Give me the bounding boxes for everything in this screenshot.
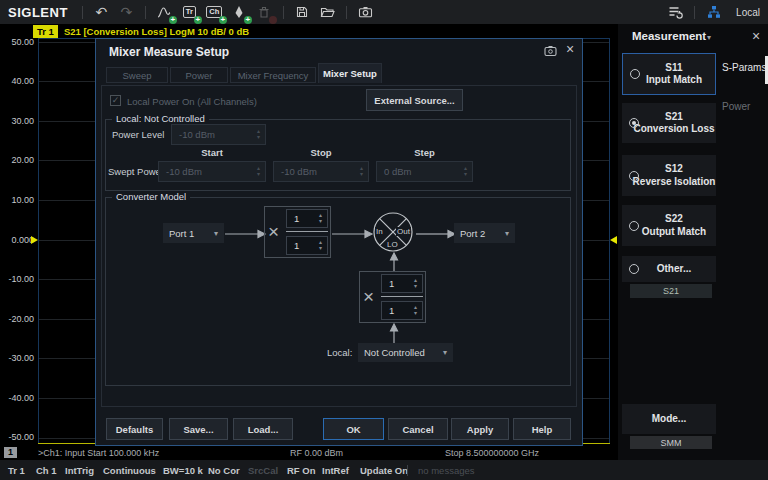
local-power-checkbox[interactable] <box>110 95 121 106</box>
y-axis-tick: 20.00 <box>2 155 34 165</box>
lo-multiplier-denominator-spinner[interactable]: 1 <box>381 301 423 320</box>
ok-button[interactable]: OK <box>323 418 384 440</box>
mixer-lo-label: LO <box>386 240 399 249</box>
sweep-start-status: >Ch1: Input Start 100.000 kHz <box>38 448 159 458</box>
toolbar-separator <box>145 6 146 19</box>
add-badge-icon <box>219 16 227 24</box>
status-reference[interactable]: IntRef <box>322 465 349 476</box>
radio-icon <box>629 264 639 274</box>
spinner-chevrons-icon[interactable] <box>252 166 265 177</box>
chevron-down-icon[interactable] <box>707 33 711 42</box>
chevron-down-icon <box>505 229 509 238</box>
y-axis-tick: -20.00 <box>2 314 34 324</box>
disabled-badge-icon <box>269 16 277 24</box>
mixer-in-label: In <box>375 227 384 236</box>
trace-format-label[interactable]: S21 [Conversion Loss] LogM 10 dB/ 0 dB <box>64 26 249 37</box>
tab-power-sidebar[interactable]: Power <box>722 101 750 112</box>
add-badge-icon <box>169 16 177 24</box>
status-correction[interactable]: No Cor <box>208 465 240 476</box>
radio-icon <box>629 221 639 231</box>
stop-column-header: Stop <box>273 147 369 158</box>
status-channel[interactable]: Ch 1 <box>36 465 57 476</box>
sidebar-item-s11[interactable]: S11Input Match <box>622 53 716 95</box>
sidebar-item-s12[interactable]: S12Reverse Isolation <box>622 155 716 196</box>
mode-selection-button[interactable]: SMM <box>630 436 712 449</box>
add-badge-icon <box>244 16 252 24</box>
defaults-button[interactable]: Defaults <box>106 418 163 440</box>
tab-sweep[interactable]: Sweep <box>106 67 168 83</box>
sidebar-close-icon[interactable] <box>752 29 760 43</box>
tab-mixer-setup[interactable]: Mixer Setup <box>318 63 382 83</box>
spinner-chevrons-icon[interactable] <box>314 240 327 251</box>
other-selection-button[interactable]: S21 <box>630 284 712 298</box>
local-source-dropdown[interactable]: Not Controlled <box>358 343 453 362</box>
spinner-chevrons-icon[interactable] <box>459 166 472 177</box>
screenshot-camera-icon[interactable] <box>355 2 376 22</box>
y-axis-tick: 10.00 <box>2 195 34 205</box>
dialog-title: Mixer Measure Setup <box>109 45 229 59</box>
status-update[interactable]: Update On <box>360 465 408 476</box>
undo-icon[interactable] <box>91 2 112 22</box>
sidebar-item-other[interactable]: Other... <box>622 256 716 282</box>
save-icon[interactable] <box>292 2 313 22</box>
add-trace-curve-icon[interactable] <box>154 2 175 22</box>
local-mode-button[interactable]: Local <box>736 7 760 18</box>
local-source-label: Local: <box>327 347 352 358</box>
dialog-screenshot-icon[interactable] <box>544 45 557 57</box>
y-axis-tick: 50.00 <box>2 37 34 47</box>
top-toolbar: SIGLENT Tr Ch <box>0 0 768 24</box>
help-button[interactable]: Help <box>513 418 571 440</box>
dialog-close-icon[interactable] <box>566 42 574 56</box>
port1-dropdown[interactable]: Port 1 <box>163 223 224 243</box>
statusbar-separator <box>407 465 408 476</box>
load-button[interactable]: Load... <box>233 418 293 440</box>
trace-badge[interactable]: Tr 1 <box>33 25 58 38</box>
rf-multiplier-denominator-spinner[interactable]: 1 <box>286 236 328 255</box>
toolbar-separator <box>82 6 83 19</box>
status-sweep-mode[interactable]: Continuous <box>103 465 156 476</box>
sidebar-title[interactable]: Measurement <box>632 30 706 42</box>
external-source-button[interactable]: External Source... <box>366 89 463 111</box>
tab-power[interactable]: Power <box>170 67 228 83</box>
apply-button[interactable]: Apply <box>451 418 509 440</box>
network-icon[interactable] <box>703 2 724 22</box>
port2-dropdown[interactable]: Port 2 <box>454 223 515 243</box>
toolbar-separator <box>694 6 695 19</box>
add-trace-icon[interactable]: Tr <box>179 2 200 22</box>
status-bandwidth[interactable]: BW=10 k <box>163 465 203 476</box>
chevron-down-icon <box>214 229 218 238</box>
status-trace[interactable]: Tr 1 <box>8 465 25 476</box>
spinner-chevrons-icon[interactable] <box>252 129 265 140</box>
sidebar-item-s22[interactable]: S22Output Match <box>622 205 716 246</box>
system-menu-icon[interactable] <box>665 2 686 22</box>
tab-s-params[interactable]: S-Params <box>722 62 766 73</box>
tab-mixer-frequency[interactable]: Mixer Frequency <box>230 67 316 83</box>
spinner-chevrons-icon[interactable] <box>409 305 422 316</box>
add-marker-icon[interactable] <box>229 2 250 22</box>
status-rf[interactable]: RF On <box>287 465 316 476</box>
status-srccal[interactable]: SrcCal <box>248 465 278 476</box>
spinner-chevrons-icon[interactable] <box>409 278 422 289</box>
rf-multiplier-numerator-spinner[interactable]: 1 <box>286 209 328 228</box>
start-column-header: Start <box>158 147 266 158</box>
spinner-chevrons-icon[interactable] <box>355 166 368 177</box>
add-channel-icon[interactable]: Ch <box>204 2 225 22</box>
delete-trash-icon[interactable] <box>254 2 275 22</box>
swept-power-start-spinner[interactable]: -10 dBm <box>158 161 266 182</box>
swept-power-step-spinner[interactable]: 0 dBm <box>376 161 473 182</box>
bottom-status-bar: Tr 1 Ch 1 IntTrig Continuous BW=10 k No … <box>0 460 768 480</box>
mode-button[interactable]: Mode... <box>622 404 716 434</box>
channel-badge[interactable]: 1 <box>4 447 17 458</box>
cancel-button[interactable]: Cancel <box>388 418 448 440</box>
status-trigger[interactable]: IntTrig <box>65 465 94 476</box>
save-button[interactable]: Save... <box>169 418 228 440</box>
power-level-spinner[interactable]: -10 dBm <box>171 124 266 145</box>
lo-multiplier-numerator-spinner[interactable]: 1 <box>381 274 423 293</box>
spinner-chevrons-icon[interactable] <box>314 213 327 224</box>
radio-checked-icon <box>629 118 639 128</box>
open-folder-icon[interactable] <box>317 2 338 22</box>
radio-icon <box>629 171 639 181</box>
redo-icon[interactable] <box>116 2 137 22</box>
sidebar-item-s21[interactable]: S21Conversion Loss <box>622 103 716 143</box>
swept-power-stop-spinner[interactable]: -10 dBm <box>273 161 369 182</box>
